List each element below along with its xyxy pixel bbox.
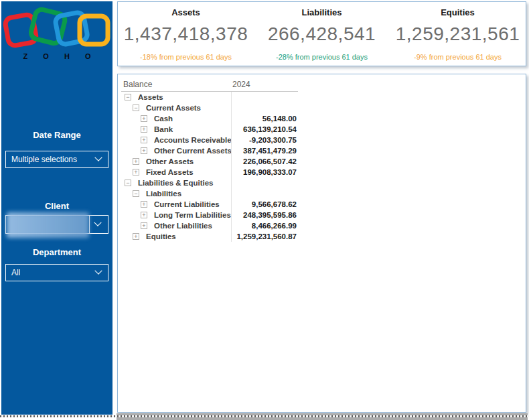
kpi-title: Equities xyxy=(390,7,526,17)
matrix-row[interactable]: +Equities1,259,231,560.87 xyxy=(121,231,298,242)
redacted-value xyxy=(7,212,89,238)
expand-icon[interactable]: + xyxy=(141,201,147,208)
department-filter: Department All xyxy=(1,247,112,281)
kpi-delta: -18% from previous 61 days xyxy=(118,53,254,61)
row-value: 8,466,266.99 xyxy=(231,220,298,231)
chevron-down-icon xyxy=(94,267,102,275)
sidebar: Z O H O Date Range Multiple selections C… xyxy=(1,1,112,415)
expand-icon[interactable]: + xyxy=(141,126,147,133)
date-range-label: Date Range xyxy=(1,130,112,140)
expand-icon[interactable]: + xyxy=(141,222,147,229)
matrix-row[interactable]: −Liabilities xyxy=(121,188,298,199)
matrix-row[interactable]: −Liabilities & Equities xyxy=(121,178,298,188)
row-label: Other Current Assets xyxy=(154,147,231,155)
row-value: 387,451,479.29 xyxy=(231,145,298,156)
row-value: 196,908,333.07 xyxy=(231,167,298,178)
row-label: Accounts Receivable xyxy=(154,136,231,144)
collapse-icon[interactable]: − xyxy=(125,94,131,100)
kpi-value: 1,437,418,378 xyxy=(118,23,254,45)
expand-icon[interactable]: + xyxy=(141,147,147,154)
row-label: Other Liabilities xyxy=(154,222,231,230)
row-label: Equities xyxy=(146,232,231,240)
date-range-value: Multiple selections xyxy=(11,155,77,164)
kpi-delta: -28% from previous 61 days xyxy=(254,53,390,61)
expand-icon[interactable]: + xyxy=(141,115,147,122)
row-value: 226,066,507.42 xyxy=(231,156,298,167)
department-label: Department xyxy=(1,247,112,257)
row-label: Cash xyxy=(154,115,231,123)
collapse-icon[interactable]: − xyxy=(133,190,139,197)
expand-icon[interactable]: + xyxy=(141,212,147,218)
kpi-panel: Assets 1,437,418,378 -18% from previous … xyxy=(117,1,526,66)
row-label: Liabilities & Equities xyxy=(138,179,231,187)
expand-icon[interactable]: + xyxy=(141,137,147,143)
matrix-row[interactable]: +Other Current Assets387,451,479.29 xyxy=(121,145,298,156)
selection-marquee xyxy=(0,415,529,417)
row-value: 636,139,210.54 xyxy=(231,124,298,135)
matrix-row[interactable]: −Assets xyxy=(121,92,298,102)
kpi-delta: -9% from previous 61 days xyxy=(390,53,526,61)
chevron-down-icon xyxy=(94,219,101,226)
matrix-row[interactable]: +Bank636,139,210.54 xyxy=(121,124,298,135)
row-value: 9,566,678.62 xyxy=(231,199,298,210)
row-label: Current Liabilities xyxy=(154,200,231,208)
kpi-value: 1,259,231,561 xyxy=(390,23,526,45)
matrix-header: Balance 2024 xyxy=(121,77,298,92)
row-label: Liabilities xyxy=(146,190,231,198)
column-header-balance: Balance xyxy=(121,80,230,89)
row-label: Bank xyxy=(154,125,231,133)
matrix-row[interactable]: +Accounts Receivable-9,203,300.75 xyxy=(121,135,298,145)
zoho-logo-text: Z O H O xyxy=(1,52,112,60)
matrix-row[interactable]: +Other Liabilities8,466,266.99 xyxy=(121,220,298,231)
client-dropdown[interactable] xyxy=(5,215,108,234)
date-range-filter: Date Range Multiple selections xyxy=(1,130,112,168)
row-value xyxy=(231,178,298,188)
collapse-icon[interactable]: − xyxy=(125,180,131,186)
row-value: 1,259,231,560.87 xyxy=(231,231,298,242)
row-value: -9,203,300.75 xyxy=(231,135,298,145)
zoho-logo-squares xyxy=(1,7,112,48)
date-range-dropdown[interactable]: Multiple selections xyxy=(5,151,108,168)
kpi-card-equities: Equities 1,259,231,561 -9% from previous… xyxy=(390,2,526,66)
kpi-value: 266,428,541 xyxy=(254,23,390,45)
matrix-row[interactable]: −Current Assets xyxy=(121,102,298,113)
balance-matrix: Balance 2024 −Assets−Current Assets+Cash… xyxy=(121,77,298,242)
balance-matrix-panel: Balance 2024 −Assets−Current Assets+Cash… xyxy=(117,74,526,413)
matrix-row[interactable]: +Long Term Liabilities248,395,595.86 xyxy=(121,210,298,220)
department-value: All xyxy=(11,268,20,277)
matrix-row[interactable]: +Cash56,148.00 xyxy=(121,113,298,124)
collapse-icon[interactable]: − xyxy=(133,104,139,111)
row-value: 56,148.00 xyxy=(231,113,298,124)
department-dropdown[interactable]: All xyxy=(5,264,108,281)
dashboard: Z O H O Date Range Multiple selections C… xyxy=(0,0,529,420)
client-label: Client xyxy=(1,201,112,211)
expand-icon[interactable]: + xyxy=(133,158,139,165)
matrix-body: −Assets−Current Assets+Cash56,148.00+Ban… xyxy=(121,92,298,242)
expand-icon[interactable]: + xyxy=(133,169,139,176)
row-label: Long Term Liabilities xyxy=(154,211,231,219)
column-header-2024: 2024 xyxy=(230,80,298,89)
kpi-card-liabilities: Liabilities 266,428,541 -28% from previo… xyxy=(254,2,390,66)
row-value: 248,395,595.86 xyxy=(231,210,298,220)
row-value xyxy=(231,188,298,199)
row-value xyxy=(231,92,298,102)
kpi-title: Assets xyxy=(118,7,254,17)
expand-icon[interactable]: + xyxy=(133,233,139,240)
row-label: Fixed Assets xyxy=(146,168,231,176)
matrix-row[interactable]: +Other Assets226,066,507.42 xyxy=(121,156,298,167)
kpi-title: Liabilities xyxy=(254,7,390,17)
row-label: Current Assets xyxy=(146,104,231,112)
matrix-row[interactable]: +Fixed Assets196,908,333.07 xyxy=(121,167,298,178)
kpi-card-assets: Assets 1,437,418,378 -18% from previous … xyxy=(118,2,254,66)
client-filter: Client xyxy=(1,201,112,234)
row-label: Assets xyxy=(138,93,231,101)
chevron-down-icon xyxy=(94,154,102,161)
row-label: Other Assets xyxy=(146,157,231,165)
matrix-row[interactable]: +Current Liabilities9,566,678.62 xyxy=(121,199,298,210)
row-value xyxy=(231,102,298,113)
zoho-logo: Z O H O xyxy=(1,7,112,60)
